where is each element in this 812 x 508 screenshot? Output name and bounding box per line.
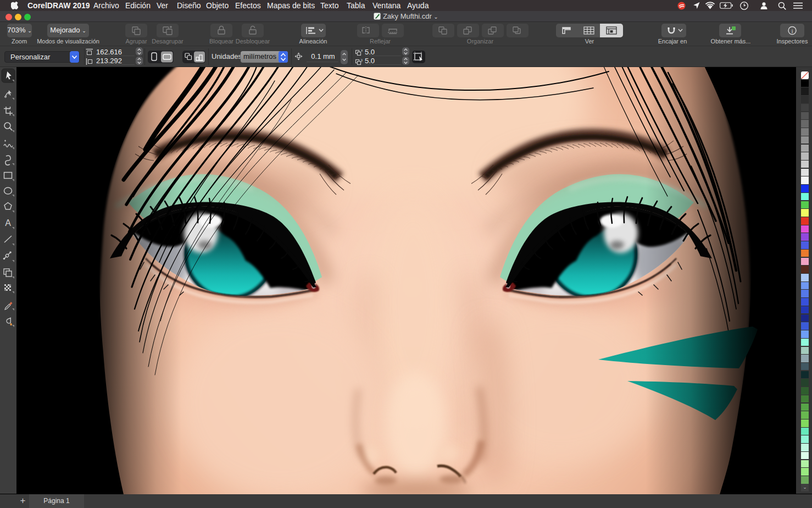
svg-text:y: y (361, 58, 363, 62)
svg-text:A: A (5, 218, 11, 228)
svg-text:x: x (361, 48, 363, 52)
svg-text:i: i (791, 27, 793, 34)
